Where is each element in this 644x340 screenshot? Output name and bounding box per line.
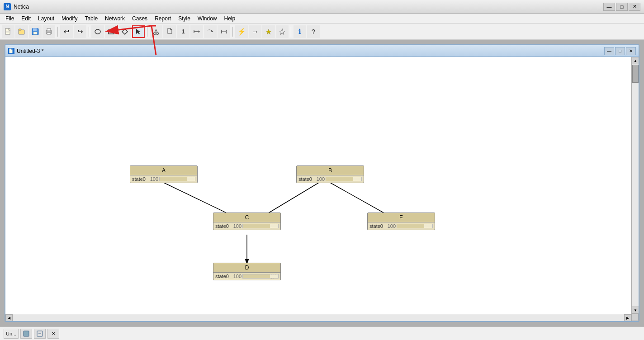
minimize-button[interactable]: — — [603, 3, 615, 11]
link-tool3[interactable] — [218, 25, 230, 38]
network-arrows — [5, 57, 639, 321]
node-C-bar: · · · · · — [242, 224, 279, 228]
node-B-bar: · · · · · — [326, 177, 362, 181]
main-area: Untitled-3 * — □ ✕ — [0, 40, 644, 326]
doc-maximize[interactable]: □ — [615, 47, 625, 55]
info-button[interactable]: ℹ — [294, 25, 306, 38]
scroll-v-thumb[interactable] — [632, 65, 639, 83]
node-C-bar-fill — [243, 224, 270, 228]
close-button[interactable]: ✕ — [629, 3, 640, 11]
new-button[interactable] — [2, 25, 14, 38]
node-A-bar-fill — [160, 177, 187, 181]
svg-rect-7 — [33, 32, 37, 34]
diamond-tool[interactable] — [118, 25, 131, 38]
status-icon1[interactable] — [20, 329, 32, 339]
node-C-row: state0 100 · · · · · — [213, 222, 280, 230]
svg-line-18 — [156, 29, 157, 33]
menu-table[interactable]: Table — [81, 14, 101, 23]
node-C-header: C — [213, 213, 280, 222]
node-E[interactable]: E state0 100 · · · · · — [367, 212, 435, 230]
svg-rect-9 — [47, 28, 51, 31]
svg-marker-28 — [279, 29, 285, 34]
svg-point-15 — [154, 32, 156, 34]
scrollbar-vertical[interactable]: ▲ ▼ — [631, 57, 639, 314]
star2-button[interactable] — [276, 25, 289, 38]
node-E-row: state0 100 · · · · · — [368, 222, 435, 230]
node-C[interactable]: C state0 100 · · · · · — [213, 212, 281, 230]
scroll-corner — [631, 314, 639, 321]
lightning-button[interactable]: ⚡ — [235, 25, 248, 38]
doc-title-text: Untitled-3 * — [17, 48, 43, 54]
help-button[interactable]: ? — [307, 25, 320, 38]
pointer-tool[interactable] — [132, 25, 145, 38]
node-B-row: state0 100 · · · · · — [297, 175, 364, 183]
scroll-v-track[interactable] — [632, 64, 639, 307]
scroll-down-button[interactable]: ▼ — [632, 307, 639, 314]
svg-marker-14 — [136, 29, 141, 34]
canvas-area[interactable]: A state0 100 · · · · · B state0 100 — [5, 57, 639, 321]
status-icon2[interactable] — [34, 329, 46, 339]
redo-button[interactable]: ↪ — [74, 25, 86, 38]
toolbar-sep1 — [57, 27, 58, 37]
number-tool[interactable]: 1 — [177, 25, 189, 38]
svg-rect-39 — [24, 331, 29, 336]
menu-style[interactable]: Style — [175, 14, 194, 23]
app-icon: N — [4, 3, 11, 10]
menu-help[interactable]: Help — [221, 14, 239, 23]
print-button[interactable] — [43, 25, 55, 38]
node-D-state: state0 — [215, 274, 233, 279]
toolbar-sep5 — [291, 27, 291, 37]
save-button[interactable] — [29, 25, 42, 38]
scrollbar-horizontal[interactable]: ◀ ▶ — [5, 314, 631, 321]
node-B-value: 100 — [317, 176, 325, 182]
menu-window[interactable]: Window — [194, 14, 221, 23]
copy-tool[interactable] — [163, 25, 176, 38]
doc-icon — [8, 48, 14, 54]
node-A[interactable]: A state0 100 · · · · · — [130, 165, 198, 183]
node-A-value: 100 — [150, 176, 158, 182]
doc-minimize[interactable]: — — [604, 47, 614, 55]
node-D-bar-fill — [243, 274, 270, 278]
undo-button[interactable]: ↩ — [60, 25, 73, 38]
scroll-left-button[interactable]: ◀ — [5, 314, 13, 321]
doc-title-bar: Untitled-3 * — □ ✕ — [5, 45, 639, 57]
node-E-bar: · · · · · — [397, 224, 433, 228]
rect-tool[interactable] — [105, 25, 118, 38]
node-B-state: state0 — [298, 176, 317, 182]
scroll-right-button[interactable]: ▶ — [624, 314, 631, 321]
menu-layout[interactable]: Layout — [34, 14, 58, 23]
arrow-button[interactable]: → — [249, 25, 261, 38]
toolbar-sep4 — [232, 27, 233, 37]
svg-point-11 — [95, 29, 100, 34]
doc-title-left: Untitled-3 * — [8, 48, 43, 54]
scroll-h-track[interactable] — [13, 314, 624, 321]
cut-tool[interactable] — [150, 25, 162, 38]
svg-marker-24 — [199, 30, 200, 33]
menu-file[interactable]: File — [2, 14, 18, 23]
ellipse-tool[interactable] — [91, 25, 104, 38]
menu-cases[interactable]: Cases — [128, 14, 151, 23]
node-D-row: state0 100 · · · · · — [213, 273, 280, 280]
scroll-up-button[interactable]: ▲ — [632, 57, 639, 64]
doc-close[interactable]: ✕ — [626, 47, 636, 55]
node-D-header: D — [213, 263, 280, 273]
node-D[interactable]: D state0 100 · · · · · — [213, 263, 281, 280]
svg-marker-13 — [122, 29, 128, 34]
menu-network[interactable]: Network — [101, 14, 128, 23]
link-tool1[interactable] — [190, 25, 203, 38]
node-B-header: B — [297, 166, 364, 175]
node-B[interactable]: B state0 100 · · · · · — [296, 165, 364, 183]
svg-rect-4 — [19, 29, 21, 30]
menu-report[interactable]: Report — [151, 14, 175, 23]
link-tool2[interactable] — [204, 25, 217, 38]
svg-rect-33 — [9, 48, 13, 53]
menu-edit[interactable]: Edit — [18, 14, 34, 23]
node-D-bar: · · · · · — [242, 274, 279, 279]
menu-modify[interactable]: Modify — [58, 14, 81, 23]
node-A-bar: · · · · · — [159, 177, 195, 181]
status-close[interactable]: ✕ — [47, 329, 59, 339]
open-button[interactable] — [15, 25, 28, 38]
star1-button[interactable] — [262, 25, 275, 38]
maximize-button[interactable]: □ — [616, 3, 628, 11]
title-bar: N Netica — □ ✕ — [0, 0, 644, 14]
